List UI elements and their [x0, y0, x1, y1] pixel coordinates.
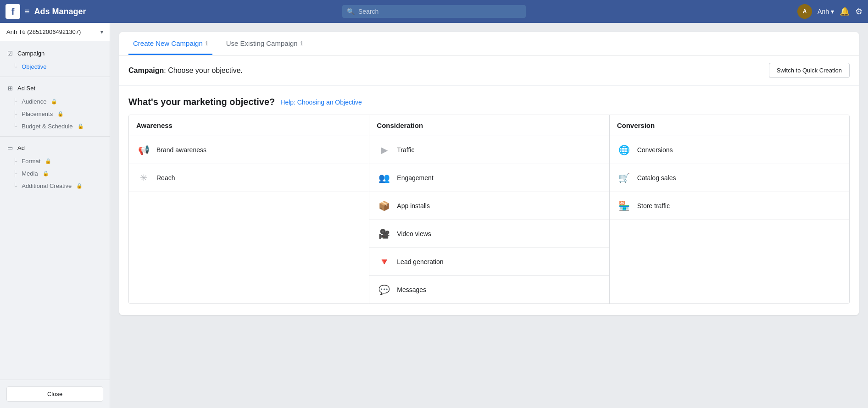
campaign-title-bold: Campaign — [128, 66, 164, 74]
account-selector[interactable]: Anh Tú (285120064921307) ▾ — [0, 23, 110, 41]
reach-label: Reach — [156, 174, 175, 182]
consideration-column: Consideration ▶ Traffic 👥 Engagement 📦 A… — [369, 115, 609, 303]
consideration-header: Consideration — [369, 115, 609, 136]
sidebar-item-audience[interactable]: ├ Audience 🔒 — [0, 95, 110, 108]
store-traffic-icon: 🏪 — [617, 198, 632, 213]
adset-section: ⊞ Ad Set ├ Audience 🔒 ├ Placements 🔒 └ B… — [0, 81, 110, 132]
close-button[interactable]: Close — [6, 386, 103, 402]
engagement-label: Engagement — [397, 174, 433, 182]
lock-icon-budget: 🔒 — [78, 123, 84, 129]
sidebar-item-objective[interactable]: └ Objective — [0, 61, 110, 73]
campaign-section: ☑ Campaign └ Objective — [0, 46, 110, 73]
tree-line: └ — [13, 63, 17, 70]
store-traffic-label: Store traffic — [637, 202, 670, 210]
media-label: Media — [22, 170, 38, 177]
lock-icon-audience: 🔒 — [51, 99, 57, 105]
help-link[interactable]: Help: Choosing an Objective — [280, 99, 362, 106]
lead-generation-icon: 🔻 — [377, 254, 391, 269]
sidebar-item-ad[interactable]: ▭ Ad — [0, 140, 110, 155]
hamburger-menu[interactable]: ≡ — [25, 7, 30, 17]
campaign-title-rest: : Choose your objective. — [164, 66, 243, 74]
brand-awareness-icon: 📢 — [136, 143, 151, 157]
username-dropdown[interactable]: Anh ▾ — [818, 8, 834, 15]
lead-generation-item[interactable]: 🔻 Lead generation — [369, 248, 609, 276]
campaign-title: Campaign: Choose your objective. — [128, 66, 243, 75]
sidebar-item-adset[interactable]: ⊞ Ad Set — [0, 81, 110, 95]
adset-label: Ad Set — [17, 85, 35, 92]
traffic-label: Traffic — [397, 146, 414, 154]
use-existing-info-icon: ℹ — [300, 40, 303, 47]
app-title: Ads Manager — [34, 7, 86, 17]
sidebar-item-placements[interactable]: ├ Placements 🔒 — [0, 108, 110, 120]
objective-section: What's your marketing objective? Help: C… — [119, 86, 859, 315]
switch-to-quick-creation-button[interactable]: Switch to Quick Creation — [769, 63, 850, 78]
lock-icon-additional: 🔒 — [76, 183, 83, 189]
sidebar-item-budget[interactable]: └ Budget & Schedule 🔒 — [0, 120, 110, 132]
ad-icon: ▭ — [6, 144, 14, 151]
sidebar-nav: ☑ Campaign └ Objective ⊞ Ad Set ├ Audien… — [0, 41, 110, 380]
objective-label: Objective — [22, 63, 46, 70]
search-input[interactable] — [358, 8, 521, 15]
brand-awareness-item[interactable]: 📢 Brand awareness — [129, 136, 369, 164]
lock-icon-placements: 🔒 — [57, 111, 64, 117]
lock-icon-format: 🔒 — [45, 158, 51, 164]
campaign-header: Campaign: Choose your objective. Switch … — [119, 55, 859, 86]
video-views-item[interactable]: 🎥 Video views — [369, 220, 609, 248]
store-traffic-item[interactable]: 🏪 Store traffic — [610, 192, 849, 220]
tree-line-6: ├ — [13, 170, 17, 177]
tab-bar: Create New Campaign ℹ Use Existing Campa… — [119, 32, 859, 55]
tree-line-7: └ — [13, 182, 17, 189]
avatar: A — [797, 4, 812, 19]
objective-question: What's your marketing objective? Help: C… — [128, 97, 850, 107]
tree-line-4: └ — [13, 123, 17, 130]
video-views-icon: 🎥 — [377, 226, 391, 241]
traffic-item[interactable]: ▶ Traffic — [369, 136, 609, 164]
catalog-sales-label: Catalog sales — [637, 174, 676, 182]
sidebar: Anh Tú (285120064921307) ▾ ☑ Campaign └ … — [0, 23, 110, 408]
engagement-item[interactable]: 👥 Engagement — [369, 164, 609, 192]
awareness-empty — [129, 192, 369, 303]
app-installs-label: App installs — [397, 202, 430, 210]
search-icon: 🔍 — [347, 8, 355, 15]
sidebar-item-campaign[interactable]: ☑ Campaign — [0, 46, 110, 61]
question-text: What's your marketing objective? — [128, 97, 275, 107]
sidebar-item-media[interactable]: ├ Media 🔒 — [0, 167, 110, 180]
ad-section: ▭ Ad ├ Format 🔒 ├ Media 🔒 └ Additional C… — [0, 140, 110, 192]
lock-icon-media: 🔒 — [43, 171, 49, 176]
additional-creative-label: Additional Creative — [22, 182, 72, 189]
sidebar-bottom: Close — [0, 380, 110, 408]
brand-awareness-label: Brand awareness — [156, 146, 206, 154]
format-label: Format — [22, 158, 40, 165]
reach-item[interactable]: ✳ Reach — [129, 164, 369, 192]
create-new-label: Create New Campaign — [133, 39, 203, 47]
account-name: Anh Tú (285120064921307) — [6, 28, 81, 35]
tree-line-3: ├ — [13, 110, 17, 117]
sidebar-item-additional-creative[interactable]: └ Additional Creative 🔒 — [0, 180, 110, 192]
tab-create-new[interactable]: Create New Campaign ℹ — [128, 32, 212, 55]
catalog-sales-icon: 🛒 — [617, 171, 632, 185]
catalog-sales-item[interactable]: 🛒 Catalog sales — [610, 164, 849, 192]
conversions-item[interactable]: 🌐 Conversions — [610, 136, 849, 164]
app-installs-item[interactable]: 📦 App installs — [369, 192, 609, 220]
settings-icon[interactable]: ⚙ — [855, 6, 862, 17]
search-bar: 🔍 — [342, 5, 526, 18]
campaign-card: Create New Campaign ℹ Use Existing Campa… — [119, 32, 859, 315]
conversion-header: Conversion — [610, 115, 849, 136]
awareness-header: Awareness — [129, 115, 369, 136]
sidebar-item-format[interactable]: ├ Format 🔒 — [0, 155, 110, 167]
tab-use-existing[interactable]: Use Existing Campaign ℹ — [222, 32, 307, 55]
messages-label: Messages — [397, 286, 426, 293]
tree-line-5: ├ — [13, 158, 17, 165]
placements-label: Placements — [22, 110, 53, 117]
chevron-down-icon: ▾ — [100, 29, 103, 35]
facebook-logo: f — [6, 4, 20, 19]
notifications-icon[interactable]: 🔔 — [840, 6, 850, 17]
budget-label: Budget & Schedule — [22, 123, 72, 130]
top-navigation: f ≡ Ads Manager 🔍 A Anh ▾ 🔔 ⚙ — [0, 0, 868, 23]
objective-grid: Awareness 📢 Brand awareness ✳ Reach — [128, 115, 850, 304]
create-new-info-icon: ℹ — [206, 40, 208, 47]
sidebar-divider-2 — [0, 136, 110, 137]
messages-item[interactable]: 💬 Messages — [369, 276, 609, 303]
campaign-icon: ☑ — [6, 50, 14, 57]
conversions-label: Conversions — [637, 146, 673, 154]
